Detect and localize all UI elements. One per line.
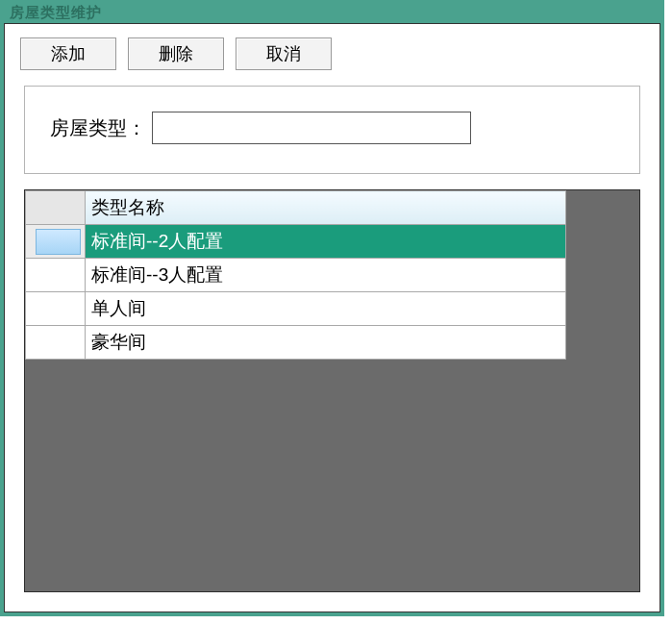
grid-corner [26, 191, 86, 225]
window-title: 房屋类型维护 [2, 2, 662, 23]
client-area: 添加 删除 取消 房屋类型： 类型名称 标准间--2人配置 [4, 23, 660, 612]
row-header[interactable] [26, 225, 86, 259]
main-window: 房屋类型维护 添加 删除 取消 房屋类型： 类型名称 [0, 0, 664, 616]
type-label: 房屋类型： [50, 115, 146, 141]
row-header[interactable] [26, 326, 86, 360]
cell-name[interactable]: 标准间--3人配置 [86, 259, 566, 292]
room-type-input[interactable] [152, 112, 471, 144]
cell-name[interactable]: 标准间--2人配置 [86, 225, 566, 259]
toolbar: 添加 删除 取消 [5, 24, 660, 86]
table-row[interactable]: 单人间 [26, 292, 566, 326]
form-panel: 房屋类型： [24, 86, 640, 174]
grid-wrapper: 类型名称 标准间--2人配置 标准间--3人配置 单人间 [24, 189, 640, 592]
row-header[interactable] [26, 292, 86, 326]
table-row[interactable]: 标准间--3人配置 [26, 259, 566, 292]
cell-name[interactable]: 豪华间 [86, 326, 566, 360]
cancel-button[interactable]: 取消 [236, 37, 332, 70]
table-row[interactable]: 豪华间 [26, 326, 566, 360]
table-row[interactable]: 标准间--2人配置 [26, 225, 566, 259]
column-header-name[interactable]: 类型名称 [86, 191, 566, 225]
cell-name[interactable]: 单人间 [86, 292, 566, 326]
row-header[interactable] [26, 259, 86, 292]
add-button[interactable]: 添加 [20, 37, 116, 70]
room-type-grid[interactable]: 类型名称 标准间--2人配置 标准间--3人配置 单人间 [25, 190, 566, 360]
delete-button[interactable]: 删除 [128, 37, 224, 70]
